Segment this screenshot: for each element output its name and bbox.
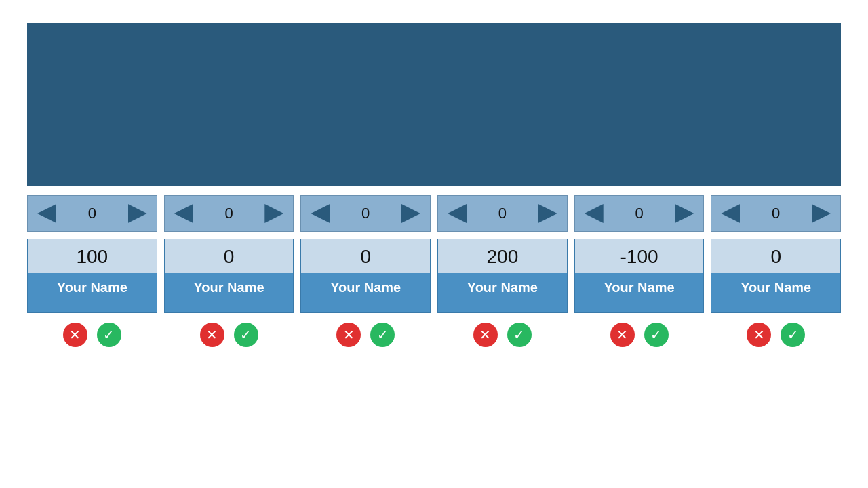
player-score-5: 0	[711, 239, 840, 273]
correct-btn-4[interactable]: ✓	[644, 323, 669, 347]
player-card-2: 0 Your Name	[300, 239, 431, 313]
increase-score-btn-2[interactable]	[401, 204, 420, 223]
player-name-2: Your Name	[330, 273, 401, 301]
player-name-0: Your Name	[57, 273, 127, 301]
player-actions-1: ✕ ✓	[164, 320, 294, 350]
player-card-4: -100 Your Name	[574, 239, 705, 313]
answer-area	[27, 23, 841, 186]
player-name-3: Your Name	[467, 273, 538, 301]
correct-btn-0[interactable]: ✓	[97, 323, 121, 347]
player-cards-row: 100 Your Name 0 Your Name 0 Your Name 20…	[27, 239, 841, 313]
wrong-btn-0[interactable]: ✕	[63, 323, 87, 347]
player-card-1: 0 Your Name	[164, 239, 294, 313]
increase-score-btn-5[interactable]	[812, 204, 831, 223]
actions-row: ✕ ✓ ✕ ✓ ✕ ✓ ✕ ✓ ✕ ✓ ✕ ✓	[27, 320, 841, 350]
control-value-4: 0	[635, 205, 643, 222]
decrease-score-btn-2[interactable]	[311, 204, 330, 223]
increase-score-btn-3[interactable]	[538, 204, 557, 223]
score-control-3: 0	[437, 195, 568, 232]
control-value-5: 0	[772, 205, 780, 222]
wrong-btn-2[interactable]: ✕	[336, 323, 361, 347]
increase-score-btn-1[interactable]	[264, 204, 283, 223]
player-score-0: 100	[28, 239, 157, 273]
increase-score-btn-4[interactable]	[675, 204, 694, 223]
control-value-1: 0	[224, 205, 233, 222]
correct-btn-3[interactable]: ✓	[507, 323, 532, 347]
correct-btn-2[interactable]: ✓	[370, 323, 395, 347]
player-card-5: 0 Your Name	[711, 239, 841, 313]
player-name-4: Your Name	[604, 273, 674, 301]
decrease-score-btn-5[interactable]	[721, 204, 740, 223]
score-controls-row: 0 0 0 0 0 0	[27, 195, 841, 232]
score-control-0: 0	[27, 195, 157, 232]
correct-btn-1[interactable]: ✓	[234, 323, 258, 347]
decrease-score-btn-1[interactable]	[174, 204, 193, 223]
player-actions-3: ✕ ✓	[437, 320, 568, 350]
wrong-btn-1[interactable]: ✕	[200, 323, 224, 347]
decrease-score-btn-3[interactable]	[448, 204, 467, 223]
player-score-4: -100	[575, 239, 704, 273]
player-score-3: 200	[438, 239, 567, 273]
score-control-2: 0	[300, 195, 431, 232]
wrong-btn-4[interactable]: ✕	[610, 323, 635, 347]
players-section: 0 0 0 0 0 0 100 Your Name 0 Your Name 0 …	[27, 195, 841, 350]
control-value-2: 0	[361, 205, 370, 222]
decrease-score-btn-4[interactable]	[585, 204, 604, 223]
player-score-2: 0	[301, 239, 430, 273]
player-card-3: 200 Your Name	[437, 239, 568, 313]
correct-btn-5[interactable]: ✓	[781, 323, 805, 347]
wrong-btn-5[interactable]: ✕	[747, 323, 771, 347]
player-actions-2: ✕ ✓	[300, 320, 431, 350]
score-control-1: 0	[164, 195, 294, 232]
control-value-0: 0	[88, 205, 96, 222]
wrong-btn-3[interactable]: ✕	[473, 323, 498, 347]
score-control-4: 0	[574, 195, 705, 232]
player-card-0: 100 Your Name	[27, 239, 157, 313]
score-control-5: 0	[711, 195, 841, 232]
player-actions-5: ✕ ✓	[711, 320, 841, 350]
control-value-3: 0	[498, 205, 507, 222]
player-score-1: 0	[165, 239, 294, 273]
increase-score-btn-0[interactable]	[128, 204, 147, 223]
player-actions-0: ✕ ✓	[27, 320, 157, 350]
player-actions-4: ✕ ✓	[574, 320, 705, 350]
player-name-5: Your Name	[741, 273, 811, 301]
decrease-score-btn-0[interactable]	[37, 204, 56, 223]
player-name-1: Your Name	[193, 273, 264, 301]
